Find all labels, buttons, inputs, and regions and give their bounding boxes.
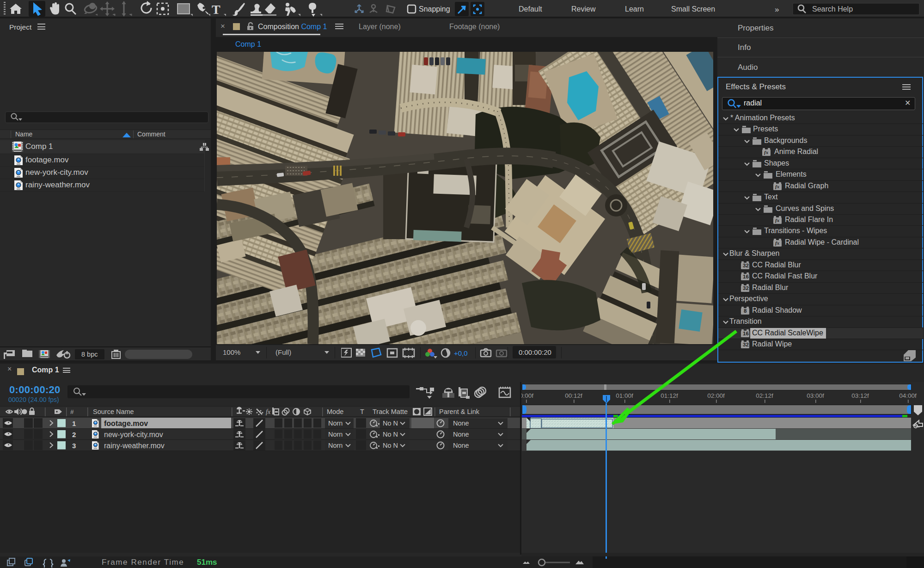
svg-text:03:12f: 03:12f: [851, 392, 869, 399]
svg-text:+0,0: +0,0: [454, 349, 468, 357]
svg-text:Track Matte: Track Matte: [373, 408, 408, 415]
svg-text:Parent & Link: Parent & Link: [439, 408, 480, 415]
svg-text:fx: fx: [775, 240, 780, 246]
svg-text:01:00f: 01:00f: [616, 392, 633, 399]
svg-text:32: 32: [743, 285, 749, 291]
svg-text:No N: No N: [383, 442, 398, 449]
svg-text:Norn: Norn: [328, 420, 343, 427]
svg-text:rainy-weather.mov: rainy-weather.mov: [104, 442, 165, 450]
svg-text:Small Screen: Small Screen: [671, 5, 715, 13]
svg-text:Mode: Mode: [327, 408, 343, 415]
svg-text:None: None: [453, 442, 469, 449]
svg-text:Source Name: Source Name: [93, 408, 134, 415]
svg-text:16: 16: [743, 331, 749, 336]
svg-text:00:12f: 00:12f: [565, 392, 582, 399]
svg-text:None: None: [453, 420, 469, 427]
svg-text:Snapping: Snapping: [419, 5, 450, 13]
svg-text:T: T: [360, 408, 364, 415]
svg-text:new-york-city.mov: new-york-city.mov: [104, 431, 163, 438]
svg-text:Default: Default: [519, 5, 542, 13]
svg-text:04:00f: 04:00f: [899, 392, 917, 399]
svg-text:fx: fx: [764, 149, 769, 155]
svg-text:32: 32: [743, 263, 749, 268]
svg-text:fx: fx: [266, 408, 271, 415]
svg-text:32: 32: [743, 342, 749, 347]
svg-text:02:00f: 02:00f: [707, 392, 725, 399]
svg-text:No N: No N: [383, 431, 398, 438]
svg-text:None: None: [453, 431, 469, 438]
svg-text:footage.mov: footage.mov: [104, 420, 148, 427]
svg-text:Review: Review: [571, 5, 596, 13]
svg-text:T: T: [212, 2, 220, 17]
svg-text:fx: fx: [775, 184, 780, 189]
svg-text:Search Help: Search Help: [812, 5, 853, 13]
svg-text:1: 1: [72, 420, 76, 427]
svg-text:No N: No N: [383, 420, 398, 427]
svg-text:8 bpc: 8 bpc: [81, 351, 98, 358]
svg-text:#: #: [70, 408, 74, 415]
svg-text:8: 8: [744, 308, 747, 314]
svg-text:»: »: [775, 5, 779, 14]
svg-text:03:00f: 03:00f: [807, 392, 824, 399]
svg-text:Learn: Learn: [625, 5, 644, 13]
svg-text:3: 3: [72, 442, 76, 450]
svg-text:16: 16: [743, 274, 749, 279]
svg-text:fx: fx: [775, 217, 780, 223]
svg-text:02:12f: 02:12f: [756, 392, 773, 399]
svg-text:Norn: Norn: [328, 442, 343, 449]
svg-text:0:00f: 0:00f: [521, 392, 533, 399]
svg-text:2: 2: [72, 431, 76, 438]
svg-text:01:12f: 01:12f: [661, 392, 678, 399]
svg-text:Norn: Norn: [328, 431, 343, 438]
